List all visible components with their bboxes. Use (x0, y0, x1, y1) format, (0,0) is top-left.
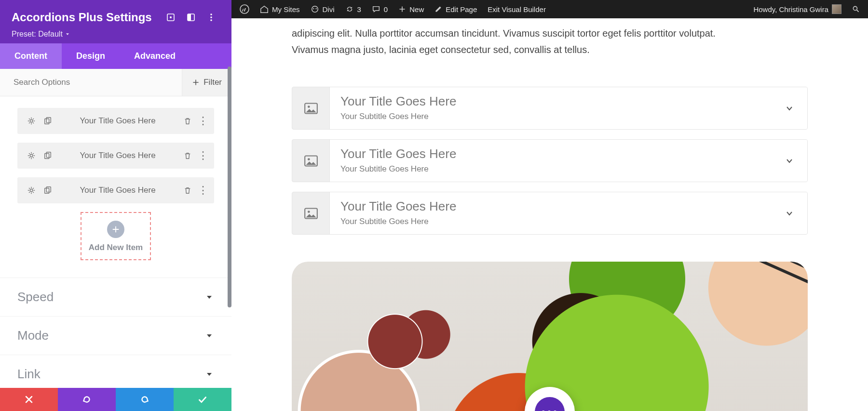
accordion-subtitle: Your Subtitle Goes Here (340, 112, 761, 121)
trash-icon[interactable] (182, 185, 193, 196)
section-label: Link (17, 367, 41, 382)
my-sites-label: My Sites (272, 5, 300, 13)
image-icon (292, 87, 330, 129)
svg-point-26 (308, 211, 310, 213)
svg-point-6 (170, 16, 172, 18)
snap-icon[interactable] (182, 9, 200, 26)
svg-point-3 (315, 8, 316, 9)
add-new-item[interactable]: Add New Item (81, 212, 151, 260)
gear-icon[interactable] (26, 116, 37, 126)
panel-sections: Speed Mode Link Background (0, 278, 231, 388)
site-name[interactable]: Divi (305, 0, 340, 18)
section-speed[interactable]: Speed (0, 278, 231, 316)
duplicate-icon[interactable] (42, 185, 53, 196)
items-list: Your Title Goes Here ⋮ Your Title Goes H… (0, 96, 231, 278)
comments-count: 0 (384, 5, 388, 13)
chevron-down-icon[interactable] (772, 140, 807, 182)
comments[interactable]: 0 (366, 0, 393, 18)
svg-rect-8 (188, 14, 191, 21)
trash-icon[interactable] (182, 116, 193, 126)
new[interactable]: New (393, 0, 429, 18)
accordion-title: Your Title Goes Here (340, 94, 761, 109)
sync[interactable]: 3 (340, 0, 366, 18)
options-search-row: Filter (0, 69, 231, 96)
intro-text: adipiscing elit. Nulla porttitor accumsa… (292, 25, 808, 58)
list-item-label: Your Title Goes Here (56, 186, 179, 195)
accordion-subtitle: Your Subtitle Goes Here (340, 164, 761, 174)
accordion-subtitle: Your Subtitle Goes Here (340, 217, 761, 226)
svg-point-10 (210, 16, 212, 18)
trash-icon[interactable] (182, 150, 193, 161)
kebab-icon[interactable]: ⋮ (198, 115, 208, 127)
section-label: Mode (17, 328, 49, 343)
new-label: New (409, 5, 424, 13)
panel-scrollbar[interactable] (228, 66, 231, 307)
panel-footer (0, 388, 231, 411)
svg-rect-19 (45, 188, 49, 194)
kebab-icon[interactable]: ⋮ (198, 149, 208, 162)
site-name-label: Divi (323, 5, 335, 13)
panel-title: Accordions Plus Settings (12, 11, 159, 24)
sync-count: 3 (357, 5, 361, 13)
duplicate-icon[interactable] (42, 150, 53, 161)
save-button[interactable] (174, 388, 231, 411)
list-item[interactable]: Your Title Goes Here ⋮ (17, 177, 214, 203)
page-preview: adipiscing elit. Nulla porttitor accumsa… (231, 18, 868, 411)
list-item-label: Your Title Goes Here (56, 116, 179, 126)
filter-button[interactable]: Filter (182, 69, 231, 96)
chevron-down-icon (204, 292, 214, 302)
accordion-module: Your Title Goes Here Your Subtitle Goes … (292, 87, 808, 235)
svg-point-22 (308, 106, 310, 108)
admin-search[interactable] (847, 0, 865, 18)
svg-point-1 (312, 6, 318, 13)
tab-advanced[interactable]: Advanced (120, 43, 190, 69)
svg-point-2 (313, 8, 314, 9)
exit-vb-label: Exit Visual Builder (488, 5, 546, 13)
accordion-title: Your Title Goes Here (340, 199, 761, 214)
duplicate-icon[interactable] (42, 116, 53, 126)
add-new-label: Add New Item (84, 243, 147, 252)
expand-icon[interactable] (162, 9, 179, 26)
account[interactable]: Howdy, Christina Gwira (748, 0, 847, 18)
chat-fab[interactable]: ••• (525, 387, 575, 411)
edit-page-label: Edit Page (446, 5, 477, 13)
chevron-down-icon (204, 331, 214, 341)
section-link[interactable]: Link (0, 355, 231, 388)
accordion-item[interactable]: Your Title Goes Here Your Subtitle Goes … (292, 139, 808, 182)
section-mode[interactable]: Mode (0, 316, 231, 355)
tab-content[interactable]: Content (0, 43, 62, 69)
wp-admin-bar: My Sites Divi 3 0 New Edit Page Exit Vis… (231, 0, 868, 18)
list-item[interactable]: Your Title Goes Here ⋮ (17, 108, 214, 134)
cancel-button[interactable] (0, 388, 58, 411)
edit-page[interactable]: Edit Page (429, 0, 482, 18)
redo-button[interactable] (116, 388, 174, 411)
kebab-icon[interactable]: ⋮ (198, 184, 208, 197)
panel-header: Accordions Plus Settings Preset: Default (0, 0, 231, 43)
list-item[interactable]: Your Title Goes Here ⋮ (17, 143, 214, 169)
wp-logo[interactable] (234, 0, 255, 18)
gear-icon[interactable] (26, 185, 37, 196)
svg-point-4 (853, 6, 857, 10)
svg-point-0 (240, 5, 249, 13)
svg-rect-13 (45, 119, 49, 124)
settings-panel: Accordions Plus Settings Preset: Default… (0, 0, 231, 411)
gear-icon[interactable] (26, 150, 37, 161)
list-item-label: Your Title Goes Here (56, 151, 179, 160)
chat-icon: ••• (529, 391, 571, 411)
undo-button[interactable] (58, 388, 116, 411)
kebab-icon[interactable] (203, 9, 220, 26)
chevron-down-icon[interactable] (772, 87, 807, 129)
chevron-down-icon (204, 370, 214, 379)
my-sites[interactable]: My Sites (255, 0, 305, 18)
image-icon (292, 192, 330, 234)
exit-visual-builder[interactable]: Exit Visual Builder (482, 0, 551, 18)
preset-label: Preset: Default (12, 30, 63, 39)
accordion-item[interactable]: Your Title Goes Here Your Subtitle Goes … (292, 87, 808, 130)
tab-design[interactable]: Design (62, 43, 120, 69)
svg-rect-20 (46, 187, 51, 192)
search-input[interactable] (14, 69, 182, 96)
preset-selector[interactable]: Preset: Default (12, 30, 220, 39)
accordion-title: Your Title Goes Here (340, 146, 761, 161)
chevron-down-icon[interactable] (772, 192, 807, 234)
accordion-item[interactable]: Your Title Goes Here Your Subtitle Goes … (292, 192, 808, 235)
